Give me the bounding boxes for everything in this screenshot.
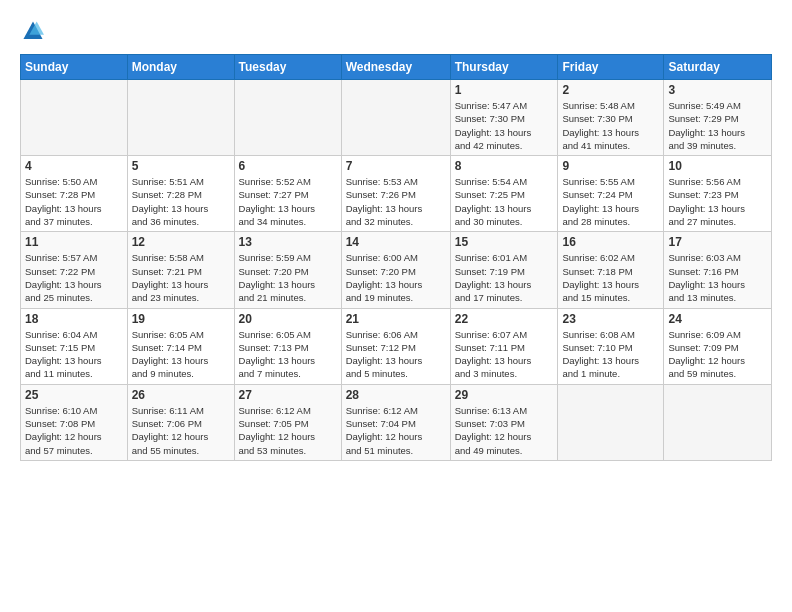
day-number: 20 (239, 312, 337, 326)
day-info: Sunrise: 5:59 AM Sunset: 7:20 PM Dayligh… (239, 251, 337, 304)
day-info: Sunrise: 5:53 AM Sunset: 7:26 PM Dayligh… (346, 175, 446, 228)
day-info: Sunrise: 6:01 AM Sunset: 7:19 PM Dayligh… (455, 251, 554, 304)
day-number: 3 (668, 83, 767, 97)
calendar-cell (664, 384, 772, 460)
day-number: 22 (455, 312, 554, 326)
calendar-cell: 3Sunrise: 5:49 AM Sunset: 7:29 PM Daylig… (664, 80, 772, 156)
day-number: 13 (239, 235, 337, 249)
day-info: Sunrise: 6:07 AM Sunset: 7:11 PM Dayligh… (455, 328, 554, 381)
calendar-cell: 8Sunrise: 5:54 AM Sunset: 7:25 PM Daylig… (450, 156, 558, 232)
calendar-header-sunday: Sunday (21, 55, 128, 80)
calendar-cell: 28Sunrise: 6:12 AM Sunset: 7:04 PM Dayli… (341, 384, 450, 460)
day-number: 17 (668, 235, 767, 249)
calendar-cell: 17Sunrise: 6:03 AM Sunset: 7:16 PM Dayli… (664, 232, 772, 308)
calendar-cell: 5Sunrise: 5:51 AM Sunset: 7:28 PM Daylig… (127, 156, 234, 232)
calendar-week-3: 11Sunrise: 5:57 AM Sunset: 7:22 PM Dayli… (21, 232, 772, 308)
calendar-cell: 7Sunrise: 5:53 AM Sunset: 7:26 PM Daylig… (341, 156, 450, 232)
calendar-week-4: 18Sunrise: 6:04 AM Sunset: 7:15 PM Dayli… (21, 308, 772, 384)
calendar-cell: 10Sunrise: 5:56 AM Sunset: 7:23 PM Dayli… (664, 156, 772, 232)
day-info: Sunrise: 6:00 AM Sunset: 7:20 PM Dayligh… (346, 251, 446, 304)
day-number: 18 (25, 312, 123, 326)
day-number: 6 (239, 159, 337, 173)
day-number: 2 (562, 83, 659, 97)
day-info: Sunrise: 6:05 AM Sunset: 7:14 PM Dayligh… (132, 328, 230, 381)
day-number: 14 (346, 235, 446, 249)
day-info: Sunrise: 5:51 AM Sunset: 7:28 PM Dayligh… (132, 175, 230, 228)
day-number: 5 (132, 159, 230, 173)
calendar-header-friday: Friday (558, 55, 664, 80)
calendar-header-saturday: Saturday (664, 55, 772, 80)
calendar-cell: 24Sunrise: 6:09 AM Sunset: 7:09 PM Dayli… (664, 308, 772, 384)
calendar-cell: 23Sunrise: 6:08 AM Sunset: 7:10 PM Dayli… (558, 308, 664, 384)
calendar-cell: 21Sunrise: 6:06 AM Sunset: 7:12 PM Dayli… (341, 308, 450, 384)
day-info: Sunrise: 6:02 AM Sunset: 7:18 PM Dayligh… (562, 251, 659, 304)
day-info: Sunrise: 5:57 AM Sunset: 7:22 PM Dayligh… (25, 251, 123, 304)
calendar-cell: 6Sunrise: 5:52 AM Sunset: 7:27 PM Daylig… (234, 156, 341, 232)
calendar-cell (558, 384, 664, 460)
day-number: 11 (25, 235, 123, 249)
day-number: 26 (132, 388, 230, 402)
page: SundayMondayTuesdayWednesdayThursdayFrid… (0, 0, 792, 471)
calendar-cell: 4Sunrise: 5:50 AM Sunset: 7:28 PM Daylig… (21, 156, 128, 232)
day-number: 21 (346, 312, 446, 326)
calendar-cell: 9Sunrise: 5:55 AM Sunset: 7:24 PM Daylig… (558, 156, 664, 232)
day-number: 10 (668, 159, 767, 173)
day-number: 9 (562, 159, 659, 173)
calendar-cell: 29Sunrise: 6:13 AM Sunset: 7:03 PM Dayli… (450, 384, 558, 460)
day-number: 28 (346, 388, 446, 402)
day-info: Sunrise: 5:52 AM Sunset: 7:27 PM Dayligh… (239, 175, 337, 228)
day-number: 7 (346, 159, 446, 173)
day-number: 19 (132, 312, 230, 326)
calendar-cell: 11Sunrise: 5:57 AM Sunset: 7:22 PM Dayli… (21, 232, 128, 308)
day-info: Sunrise: 6:12 AM Sunset: 7:04 PM Dayligh… (346, 404, 446, 457)
calendar-cell: 18Sunrise: 6:04 AM Sunset: 7:15 PM Dayli… (21, 308, 128, 384)
calendar-cell: 13Sunrise: 5:59 AM Sunset: 7:20 PM Dayli… (234, 232, 341, 308)
calendar-cell: 19Sunrise: 6:05 AM Sunset: 7:14 PM Dayli… (127, 308, 234, 384)
day-number: 27 (239, 388, 337, 402)
calendar-header-tuesday: Tuesday (234, 55, 341, 80)
calendar-cell (341, 80, 450, 156)
calendar-header-row: SundayMondayTuesdayWednesdayThursdayFrid… (21, 55, 772, 80)
calendar-cell: 2Sunrise: 5:48 AM Sunset: 7:30 PM Daylig… (558, 80, 664, 156)
day-info: Sunrise: 5:55 AM Sunset: 7:24 PM Dayligh… (562, 175, 659, 228)
day-info: Sunrise: 6:09 AM Sunset: 7:09 PM Dayligh… (668, 328, 767, 381)
day-info: Sunrise: 5:56 AM Sunset: 7:23 PM Dayligh… (668, 175, 767, 228)
calendar-cell (127, 80, 234, 156)
calendar-cell: 15Sunrise: 6:01 AM Sunset: 7:19 PM Dayli… (450, 232, 558, 308)
day-info: Sunrise: 6:13 AM Sunset: 7:03 PM Dayligh… (455, 404, 554, 457)
day-info: Sunrise: 6:11 AM Sunset: 7:06 PM Dayligh… (132, 404, 230, 457)
day-number: 16 (562, 235, 659, 249)
calendar-week-5: 25Sunrise: 6:10 AM Sunset: 7:08 PM Dayli… (21, 384, 772, 460)
day-number: 12 (132, 235, 230, 249)
day-info: Sunrise: 6:05 AM Sunset: 7:13 PM Dayligh… (239, 328, 337, 381)
calendar-cell: 26Sunrise: 6:11 AM Sunset: 7:06 PM Dayli… (127, 384, 234, 460)
calendar-cell: 22Sunrise: 6:07 AM Sunset: 7:11 PM Dayli… (450, 308, 558, 384)
calendar-cell: 16Sunrise: 6:02 AM Sunset: 7:18 PM Dayli… (558, 232, 664, 308)
day-number: 23 (562, 312, 659, 326)
day-number: 15 (455, 235, 554, 249)
day-info: Sunrise: 6:06 AM Sunset: 7:12 PM Dayligh… (346, 328, 446, 381)
day-info: Sunrise: 6:12 AM Sunset: 7:05 PM Dayligh… (239, 404, 337, 457)
day-number: 29 (455, 388, 554, 402)
day-number: 8 (455, 159, 554, 173)
day-info: Sunrise: 5:50 AM Sunset: 7:28 PM Dayligh… (25, 175, 123, 228)
calendar-cell: 20Sunrise: 6:05 AM Sunset: 7:13 PM Dayli… (234, 308, 341, 384)
calendar-cell (234, 80, 341, 156)
day-number: 25 (25, 388, 123, 402)
calendar-cell (21, 80, 128, 156)
calendar-cell: 27Sunrise: 6:12 AM Sunset: 7:05 PM Dayli… (234, 384, 341, 460)
calendar-cell: 25Sunrise: 6:10 AM Sunset: 7:08 PM Dayli… (21, 384, 128, 460)
day-info: Sunrise: 6:10 AM Sunset: 7:08 PM Dayligh… (25, 404, 123, 457)
calendar-week-1: 1Sunrise: 5:47 AM Sunset: 7:30 PM Daylig… (21, 80, 772, 156)
logo-icon (22, 20, 44, 42)
calendar-cell: 1Sunrise: 5:47 AM Sunset: 7:30 PM Daylig… (450, 80, 558, 156)
day-info: Sunrise: 6:03 AM Sunset: 7:16 PM Dayligh… (668, 251, 767, 304)
calendar-table: SundayMondayTuesdayWednesdayThursdayFrid… (20, 54, 772, 461)
day-info: Sunrise: 6:08 AM Sunset: 7:10 PM Dayligh… (562, 328, 659, 381)
day-info: Sunrise: 5:58 AM Sunset: 7:21 PM Dayligh… (132, 251, 230, 304)
calendar-week-2: 4Sunrise: 5:50 AM Sunset: 7:28 PM Daylig… (21, 156, 772, 232)
day-info: Sunrise: 6:04 AM Sunset: 7:15 PM Dayligh… (25, 328, 123, 381)
logo (20, 20, 44, 46)
day-info: Sunrise: 5:48 AM Sunset: 7:30 PM Dayligh… (562, 99, 659, 152)
day-number: 1 (455, 83, 554, 97)
